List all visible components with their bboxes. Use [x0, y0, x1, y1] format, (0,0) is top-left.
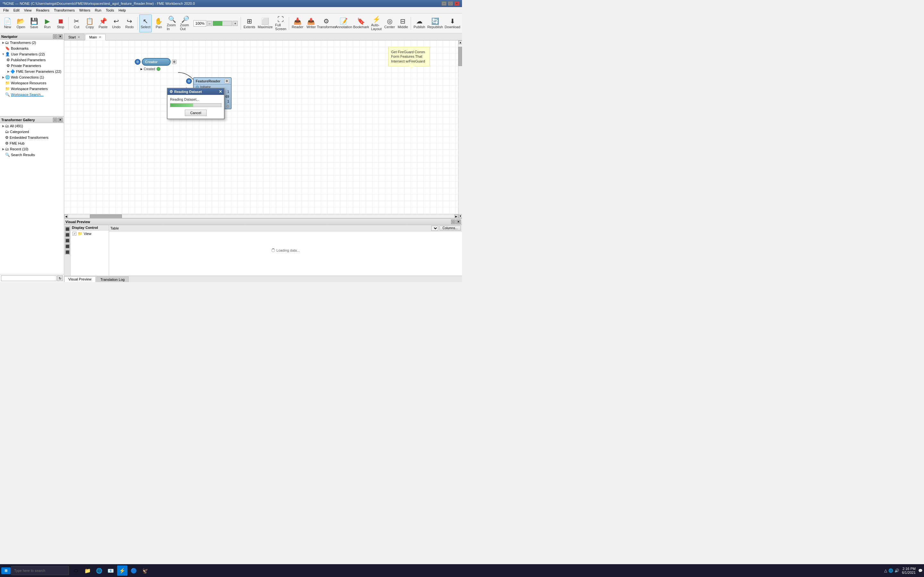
- tg-search-results[interactable]: 🔍 Search Results: [0, 152, 64, 158]
- nav-user-params-expander[interactable]: ▼: [1, 52, 5, 56]
- undo-button[interactable]: ↩ Undo: [110, 15, 123, 32]
- navigator-close-btn[interactable]: ✕: [58, 34, 63, 39]
- pan-button[interactable]: ✋ Pan: [152, 15, 165, 32]
- nav-user-params[interactable]: ▼ 👤 User Parameters (22): [0, 51, 64, 57]
- workspace-canvas[interactable]: 1 Get FireGuard Comm Form Features That …: [64, 40, 462, 218]
- stop-button[interactable]: ⏹ Stop: [54, 15, 67, 32]
- middle-button[interactable]: ⊟ Middle: [397, 15, 409, 32]
- tab-main[interactable]: Main ✕: [85, 34, 105, 40]
- full-screen-button[interactable]: ⛶ Full Screen: [274, 15, 288, 32]
- nav-workspace-params[interactable]: 📁 Workspace Parameters: [0, 86, 64, 92]
- menu-file[interactable]: File: [1, 8, 11, 13]
- columns-button[interactable]: Columns...: [439, 226, 461, 230]
- scrollbar-thumb-h[interactable]: [90, 214, 122, 218]
- close-btn[interactable]: ✕: [454, 1, 459, 6]
- table-select[interactable]: [431, 226, 438, 231]
- publish-button[interactable]: ☁ Publish: [413, 15, 426, 32]
- tab-start-close[interactable]: ✕: [78, 35, 80, 39]
- tg-all-expander[interactable]: ▶: [1, 124, 5, 128]
- maximize-button[interactable]: ⬜ Maximize: [257, 15, 274, 32]
- minimize-btn[interactable]: –: [441, 1, 447, 6]
- transformer-search-btn[interactable]: ↻: [57, 276, 63, 281]
- zoom-slider[interactable]: [213, 21, 232, 26]
- menu-transformers[interactable]: Transformers: [52, 8, 77, 13]
- view-checkbox[interactable]: ✓: [73, 232, 76, 235]
- navigator-float-btn[interactable]: □: [53, 34, 57, 39]
- scroll-left-btn[interactable]: ◀: [64, 214, 68, 218]
- vp-sidebar-btn-1[interactable]: ⬛: [65, 226, 70, 231]
- menu-readers[interactable]: Readers: [34, 8, 51, 13]
- zoom-input[interactable]: [194, 20, 206, 27]
- nav-transformers[interactable]: ▶ 🗂 Transformers (2): [0, 40, 64, 45]
- menu-writers[interactable]: Writers: [78, 8, 92, 13]
- vertical-scrollbar[interactable]: ▲ ▼: [458, 40, 462, 218]
- zoom-out-button[interactable]: 🔎 Zoom Out: [179, 15, 192, 32]
- scroll-right-btn[interactable]: ▶: [454, 214, 458, 218]
- tab-translation-log[interactable]: Translation Log: [96, 276, 129, 282]
- maximize-btn[interactable]: □: [448, 1, 453, 6]
- nav-workspace-resources[interactable]: 📁 Workspace Resources: [0, 80, 64, 86]
- redo-button[interactable]: ↪ Redo: [123, 15, 136, 32]
- scroll-down-btn[interactable]: ▼: [459, 214, 462, 218]
- paste-button[interactable]: 📌 Paste: [97, 15, 110, 32]
- writer-button[interactable]: 📤 Writer: [305, 15, 317, 32]
- vp-sidebar-btn-5[interactable]: ⬛: [65, 250, 70, 255]
- scroll-up-btn[interactable]: ▲: [459, 40, 462, 44]
- vp-sidebar-btn-3[interactable]: ⬛: [65, 238, 70, 243]
- tg-categorized[interactable]: 🗂 Categorized: [0, 129, 64, 135]
- tg-recent-expander[interactable]: ▶: [1, 147, 5, 151]
- tg-embedded[interactable]: ⚙ Embedded Transformers: [0, 135, 64, 140]
- annotation-button[interactable]: 📝 Annotation: [335, 15, 352, 32]
- menu-run[interactable]: Run: [93, 8, 103, 13]
- feature-reader-settings-btn[interactable]: ⚙: [225, 79, 229, 83]
- zoom-in-button[interactable]: 🔍 Zoom In: [166, 15, 178, 32]
- tab-visual-preview[interactable]: Visual Preview: [64, 276, 95, 282]
- select-button[interactable]: ↖ Select: [139, 15, 152, 32]
- save-button[interactable]: 💾 Save: [28, 15, 40, 32]
- open-button[interactable]: 📂 Open: [15, 15, 27, 32]
- nav-search-label[interactable]: Workspace Search...: [11, 93, 44, 97]
- auto-layout-button[interactable]: ⚡ Auto-Layout: [370, 15, 383, 32]
- visual-preview-close-btn[interactable]: ✕: [456, 219, 461, 224]
- transformer-button[interactable]: ⚙ Transformer: [318, 15, 334, 32]
- nav-bookmarks[interactable]: 🔖 Bookmarks: [0, 45, 64, 51]
- nav-web-connections-expander[interactable]: ▶: [1, 75, 5, 79]
- nav-workspace-search[interactable]: 🔍 Workspace Search...: [0, 92, 64, 97]
- display-control-view-item[interactable]: ✓ 📁 View: [71, 230, 109, 237]
- transformer-search-input[interactable]: [1, 276, 57, 281]
- nav-private-params[interactable]: ⚙ Private Parameters: [0, 63, 64, 69]
- dialog-cancel-btn[interactable]: Cancel: [185, 110, 207, 116]
- nav-transformers-expander[interactable]: ▶: [1, 41, 5, 45]
- creator-node-box[interactable]: Creator: [142, 58, 171, 66]
- extents-button[interactable]: ⊞ Extents: [242, 15, 256, 32]
- nav-fme-server-expander[interactable]: ▶: [6, 69, 10, 73]
- republish-button[interactable]: 🔄 Republish: [427, 15, 443, 32]
- cut-button[interactable]: ✂ Cut: [70, 15, 83, 32]
- visual-preview-float-btn[interactable]: □: [451, 219, 456, 224]
- tg-recent[interactable]: ▶ 🗂 Recent (10): [0, 146, 64, 152]
- nav-web-connections[interactable]: ▶ 🌐 Web Connections (1): [0, 74, 64, 80]
- transformer-gallery-close-btn[interactable]: ✕: [58, 118, 63, 122]
- vp-sidebar-btn-4[interactable]: ⬛: [65, 243, 70, 249]
- zoom-plus-btn[interactable]: +: [233, 21, 238, 26]
- creator-port-dot[interactable]: [157, 67, 160, 71]
- tg-fme-hub[interactable]: ⚙ FME Hub: [0, 140, 64, 146]
- menu-help[interactable]: Help: [116, 8, 128, 13]
- nav-published-params[interactable]: ⚙ Published Parameters: [0, 57, 64, 63]
- dialog-close-btn[interactable]: ✕: [219, 89, 222, 94]
- copy-button[interactable]: 📋 Copy: [83, 15, 96, 32]
- nav-fme-server[interactable]: ▶ 🔷 FME Server Parameters (22): [0, 69, 64, 74]
- zoom-minus-btn[interactable]: –: [207, 21, 212, 26]
- new-button[interactable]: 📄 New: [1, 15, 14, 32]
- reader-button[interactable]: 📥 Reader: [291, 15, 304, 32]
- tg-all[interactable]: ▶ 🗂 All (491): [0, 123, 64, 129]
- creator-settings-btn[interactable]: ⚙: [172, 60, 176, 64]
- menu-edit[interactable]: Edit: [11, 8, 21, 13]
- run-button[interactable]: ▶ Run: [41, 15, 53, 32]
- transformer-gallery-float-btn[interactable]: □: [53, 118, 57, 122]
- horizontal-scrollbar[interactable]: ◀ ▶: [64, 214, 458, 218]
- creator-node[interactable]: ⚙ Creator ⚙ ▶ Created: [135, 58, 176, 71]
- tab-main-close[interactable]: ✕: [99, 35, 102, 39]
- center-button[interactable]: ◎ Center: [383, 15, 396, 32]
- vp-sidebar-btn-2[interactable]: ⬛: [65, 232, 70, 237]
